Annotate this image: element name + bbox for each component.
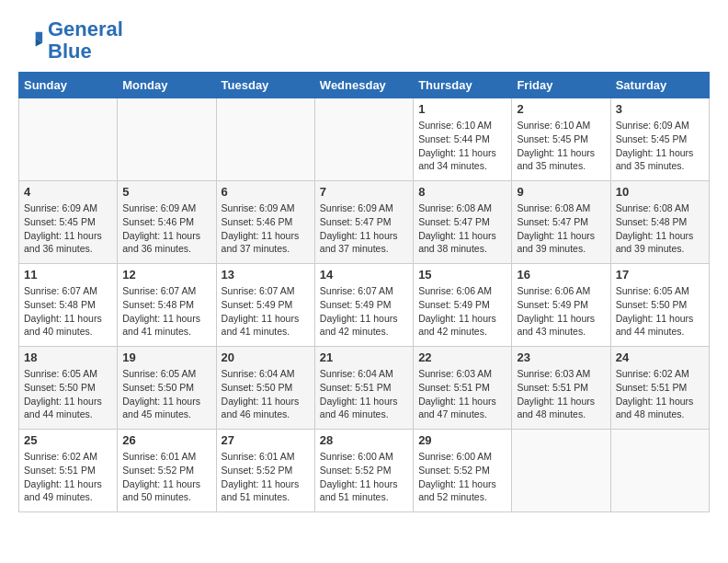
calendar-cell: 13Sunrise: 6:07 AM Sunset: 5:49 PM Dayli… — [216, 264, 314, 347]
header-friday: Friday — [512, 73, 610, 98]
header-thursday: Thursday — [414, 73, 512, 98]
cell-info: Sunrise: 6:07 AM Sunset: 5:48 PM Dayligh… — [122, 284, 210, 339]
calendar-cell: 3Sunrise: 6:09 AM Sunset: 5:45 PM Daylig… — [610, 98, 709, 181]
calendar-cell: 9Sunrise: 6:08 AM Sunset: 5:47 PM Daylig… — [512, 181, 610, 264]
cell-info: Sunrise: 6:05 AM Sunset: 5:50 PM Dayligh… — [122, 367, 210, 421]
calendar-cell: 29Sunrise: 6:00 AM Sunset: 5:52 PM Dayli… — [414, 430, 512, 512]
day-number: 15 — [418, 268, 506, 282]
cell-info: Sunrise: 6:04 AM Sunset: 5:51 PM Dayligh… — [320, 367, 408, 421]
cell-info: Sunrise: 6:00 AM Sunset: 5:52 PM Dayligh… — [320, 450, 408, 504]
day-number: 2 — [517, 102, 605, 116]
day-number: 27 — [222, 433, 310, 447]
calendar-cell: 2Sunrise: 6:10 AM Sunset: 5:45 PM Daylig… — [512, 98, 610, 181]
cell-info: Sunrise: 6:02 AM Sunset: 5:51 PM Dayligh… — [616, 367, 704, 421]
day-number: 5 — [122, 185, 210, 199]
header-tuesday: Tuesday — [216, 73, 314, 98]
calendar-cell — [512, 430, 610, 512]
day-number: 8 — [418, 185, 506, 199]
week-row-3: 18Sunrise: 6:05 AM Sunset: 5:50 PM Dayli… — [19, 347, 710, 430]
cell-info: Sunrise: 6:04 AM Sunset: 5:50 PM Dayligh… — [222, 367, 310, 421]
calendar-cell: 12Sunrise: 6:07 AM Sunset: 5:48 PM Dayli… — [118, 264, 216, 347]
day-number: 7 — [320, 185, 408, 199]
calendar-cell: 18Sunrise: 6:05 AM Sunset: 5:50 PM Dayli… — [19, 347, 118, 430]
cell-info: Sunrise: 6:00 AM Sunset: 5:52 PM Dayligh… — [418, 450, 506, 504]
cell-info: Sunrise: 6:09 AM Sunset: 5:45 PM Dayligh… — [616, 119, 704, 173]
day-number: 14 — [320, 268, 408, 282]
calendar-cell — [118, 98, 216, 181]
header-row: SundayMondayTuesdayWednesdayThursdayFrid… — [19, 73, 710, 98]
logo-text: General Blue — [48, 18, 123, 63]
day-number: 29 — [418, 433, 506, 447]
calendar-cell — [610, 430, 709, 512]
day-number: 10 — [616, 185, 704, 199]
calendar-cell: 24Sunrise: 6:02 AM Sunset: 5:51 PM Dayli… — [610, 347, 709, 430]
calendar-cell: 16Sunrise: 6:06 AM Sunset: 5:49 PM Dayli… — [512, 264, 610, 347]
day-number: 13 — [222, 268, 310, 282]
calendar-cell: 26Sunrise: 6:01 AM Sunset: 5:52 PM Dayli… — [118, 430, 216, 512]
calendar-cell: 14Sunrise: 6:07 AM Sunset: 5:49 PM Dayli… — [314, 264, 413, 347]
day-number: 4 — [24, 185, 112, 199]
logo: General Blue — [18, 18, 123, 63]
calendar-cell: 28Sunrise: 6:00 AM Sunset: 5:52 PM Dayli… — [314, 430, 413, 512]
week-row-2: 11Sunrise: 6:07 AM Sunset: 5:48 PM Dayli… — [19, 264, 710, 347]
header-wednesday: Wednesday — [314, 73, 413, 98]
day-number: 21 — [320, 350, 408, 364]
week-row-4: 25Sunrise: 6:02 AM Sunset: 5:51 PM Dayli… — [19, 430, 710, 512]
calendar-cell: 10Sunrise: 6:08 AM Sunset: 5:48 PM Dayli… — [610, 181, 709, 264]
calendar-cell: 5Sunrise: 6:09 AM Sunset: 5:46 PM Daylig… — [118, 181, 216, 264]
cell-info: Sunrise: 6:08 AM Sunset: 5:47 PM Dayligh… — [418, 201, 506, 256]
day-number: 23 — [517, 350, 605, 364]
day-number: 24 — [616, 350, 704, 364]
cell-info: Sunrise: 6:09 AM Sunset: 5:47 PM Dayligh… — [320, 201, 408, 256]
day-number: 9 — [517, 185, 605, 199]
calendar-cell: 20Sunrise: 6:04 AM Sunset: 5:50 PM Dayli… — [216, 347, 314, 430]
calendar-cell: 11Sunrise: 6:07 AM Sunset: 5:48 PM Dayli… — [19, 264, 118, 347]
day-number: 20 — [222, 350, 310, 364]
cell-info: Sunrise: 6:05 AM Sunset: 5:50 PM Dayligh… — [24, 367, 112, 421]
cell-info: Sunrise: 6:08 AM Sunset: 5:48 PM Dayligh… — [616, 201, 704, 256]
day-number: 6 — [222, 185, 310, 199]
header-sunday: Sunday — [19, 73, 118, 98]
header-monday: Monday — [118, 73, 216, 98]
cell-info: Sunrise: 6:09 AM Sunset: 5:46 PM Dayligh… — [122, 201, 210, 256]
calendar-cell — [19, 98, 118, 181]
calendar-cell: 27Sunrise: 6:01 AM Sunset: 5:52 PM Dayli… — [216, 430, 314, 512]
calendar-cell: 1Sunrise: 6:10 AM Sunset: 5:44 PM Daylig… — [414, 98, 512, 181]
cell-info: Sunrise: 6:08 AM Sunset: 5:47 PM Dayligh… — [517, 201, 605, 256]
cell-info: Sunrise: 6:02 AM Sunset: 5:51 PM Dayligh… — [24, 450, 112, 504]
week-row-0: 1Sunrise: 6:10 AM Sunset: 5:44 PM Daylig… — [19, 98, 710, 181]
cell-info: Sunrise: 6:07 AM Sunset: 5:49 PM Dayligh… — [320, 284, 408, 339]
logo-icon — [18, 28, 44, 53]
cell-info: Sunrise: 6:09 AM Sunset: 5:45 PM Dayligh… — [24, 201, 112, 256]
cell-info: Sunrise: 6:10 AM Sunset: 5:44 PM Dayligh… — [418, 119, 506, 173]
cell-info: Sunrise: 6:05 AM Sunset: 5:50 PM Dayligh… — [616, 284, 704, 339]
cell-info: Sunrise: 6:07 AM Sunset: 5:49 PM Dayligh… — [222, 284, 310, 339]
page-header: General Blue — [18, 18, 710, 63]
day-number: 1 — [418, 102, 506, 116]
day-number: 19 — [122, 350, 210, 364]
day-number: 17 — [616, 268, 704, 282]
day-number: 12 — [122, 268, 210, 282]
day-number: 11 — [24, 268, 112, 282]
cell-info: Sunrise: 6:07 AM Sunset: 5:48 PM Dayligh… — [24, 284, 112, 339]
calendar-cell: 19Sunrise: 6:05 AM Sunset: 5:50 PM Dayli… — [118, 347, 216, 430]
calendar-cell: 6Sunrise: 6:09 AM Sunset: 5:46 PM Daylig… — [216, 181, 314, 264]
day-number: 3 — [616, 102, 704, 116]
calendar-cell: 23Sunrise: 6:03 AM Sunset: 5:51 PM Dayli… — [512, 347, 610, 430]
calendar-cell: 25Sunrise: 6:02 AM Sunset: 5:51 PM Dayli… — [19, 430, 118, 512]
calendar-cell — [216, 98, 314, 181]
day-number: 18 — [24, 350, 112, 364]
cell-info: Sunrise: 6:09 AM Sunset: 5:46 PM Dayligh… — [222, 201, 310, 256]
cell-info: Sunrise: 6:03 AM Sunset: 5:51 PM Dayligh… — [517, 367, 605, 421]
calendar-cell: 21Sunrise: 6:04 AM Sunset: 5:51 PM Dayli… — [314, 347, 413, 430]
cell-info: Sunrise: 6:10 AM Sunset: 5:45 PM Dayligh… — [517, 119, 605, 173]
calendar-cell: 15Sunrise: 6:06 AM Sunset: 5:49 PM Dayli… — [414, 264, 512, 347]
cell-info: Sunrise: 6:06 AM Sunset: 5:49 PM Dayligh… — [517, 284, 605, 339]
week-row-1: 4Sunrise: 6:09 AM Sunset: 5:45 PM Daylig… — [19, 181, 710, 264]
day-number: 22 — [418, 350, 506, 364]
calendar-cell — [314, 98, 413, 181]
calendar-cell: 22Sunrise: 6:03 AM Sunset: 5:51 PM Dayli… — [414, 347, 512, 430]
cell-info: Sunrise: 6:06 AM Sunset: 5:49 PM Dayligh… — [418, 284, 506, 339]
cell-info: Sunrise: 6:01 AM Sunset: 5:52 PM Dayligh… — [122, 450, 210, 504]
day-number: 28 — [320, 433, 408, 447]
